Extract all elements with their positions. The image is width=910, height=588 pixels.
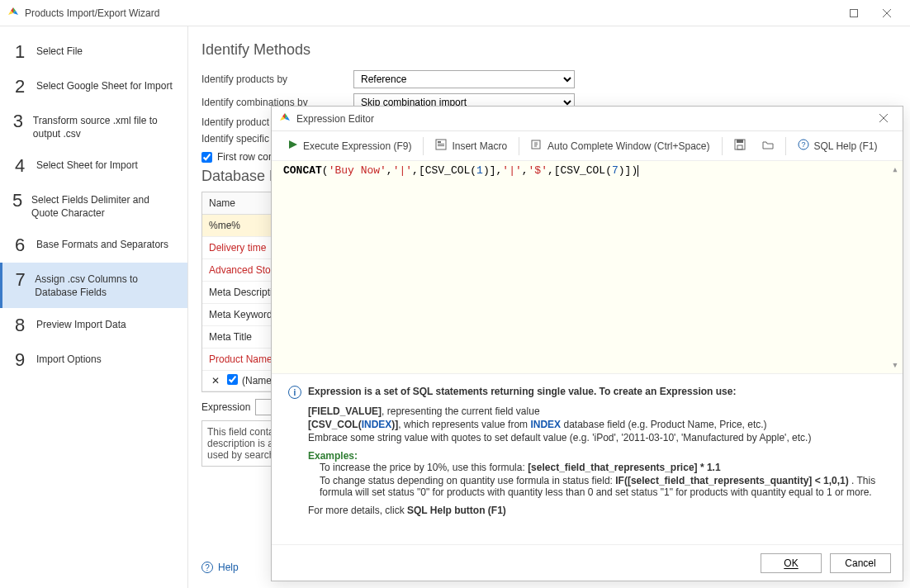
identify-products-select[interactable]: Reference	[353, 70, 575, 88]
step-number: 4	[10, 157, 30, 175]
subrow-label: (Name	[242, 375, 272, 386]
execute-expression-button[interactable]: Execute Expression (F9)	[282, 136, 418, 155]
sql-help-button[interactable]: ? SQL Help (F1)	[791, 135, 884, 156]
identify-methods-title: Identify Methods	[201, 41, 890, 59]
svg-marker-5	[289, 140, 297, 149]
step-label: Preview Import Data	[36, 316, 126, 332]
help-icon: ?	[201, 562, 213, 573]
wizard-steps-sidebar: 1Select File2Select Google Sheet for Imp…	[0, 26, 188, 588]
step-number: 6	[10, 236, 30, 254]
autocomplete-label: Auto Complete Window (Ctrl+Space)	[547, 140, 709, 152]
step-number: 3	[10, 112, 26, 130]
expression-editor-area[interactable]: CONCAT('Buy Now','|',[CSV_COL(1)],'|','$…	[272, 161, 903, 374]
insert-macro-button[interactable]: Insert Macro	[429, 135, 514, 156]
help-csvcol-line: [CSV_COL(INDEX)], which represents value…	[308, 419, 886, 430]
svg-rect-8	[438, 144, 444, 145]
insert-macro-label: Insert Macro	[452, 140, 507, 152]
svg-text:?: ?	[801, 140, 805, 149]
cancel-button[interactable]: Cancel	[830, 553, 891, 573]
checkbox-icon[interactable]	[225, 374, 239, 387]
window-maximize-button[interactable]	[837, 3, 870, 23]
toolbar-separator	[423, 137, 424, 155]
window-close-button[interactable]	[870, 3, 903, 23]
toolbar-separator	[785, 137, 786, 155]
step-label: Select Google Sheet for Import	[36, 78, 173, 93]
ok-button[interactable]: OK	[761, 553, 822, 573]
macro-icon	[435, 139, 447, 153]
dialog-close-button[interactable]	[871, 113, 896, 125]
scroll-down-icon[interactable]: ▾	[892, 358, 898, 372]
help-footer: For more details, click SQL Help button …	[308, 505, 886, 516]
execute-label: Execute Expression (F9)	[303, 140, 411, 152]
help-link[interactable]: ? Help	[201, 562, 239, 573]
wizard-step-4[interactable]: 4Select Sheet for Import	[0, 149, 187, 183]
save-button[interactable]	[728, 135, 752, 156]
dialog-toolbar: Execute Expression (F9) Insert Macro Aut…	[272, 131, 903, 161]
first-row-checkbox-label: First row con	[217, 151, 274, 163]
step-label: Select Fields Delimiter and Quote Charac…	[31, 192, 178, 220]
svg-rect-12	[737, 140, 743, 143]
identify-products-label: Identify products by	[201, 74, 353, 85]
svg-rect-0	[851, 9, 858, 17]
toolbar-separator	[722, 137, 723, 155]
svg-rect-7	[438, 141, 441, 143]
app-logo-icon	[7, 7, 20, 20]
autocomplete-button[interactable]: Auto Complete Window (Ctrl+Space)	[524, 135, 716, 156]
help-fieldvalue-line: [FIELD_VALUE], representing the current …	[308, 405, 886, 417]
example-2: To change status depending on quantity u…	[320, 475, 886, 498]
step-label: Select File	[36, 43, 83, 59]
step-label: Base Formats and Separators	[36, 236, 168, 252]
examples-header: Examples:	[308, 450, 886, 462]
example-1: To increase the price by 10%, use this f…	[320, 462, 886, 473]
expression-editor-dialog: Expression Editor Execute Expression (F9…	[271, 106, 903, 581]
help-lead: Expression is a set of SQL statements re…	[308, 386, 736, 397]
wizard-step-7[interactable]: 7Assign .csv Columns to Database Fields	[0, 263, 187, 307]
remove-icon[interactable]: ✕	[209, 375, 222, 386]
dialog-app-icon	[278, 112, 291, 126]
step-label: Import Options	[36, 351, 102, 367]
help-circle-icon: ?	[798, 139, 809, 153]
info-icon: i	[288, 386, 301, 399]
svg-rect-9	[438, 145, 444, 146]
wizard-step-8[interactable]: 8Preview Import Data	[0, 308, 187, 343]
step-number: 9	[10, 351, 30, 369]
autocomplete-icon	[531, 139, 543, 153]
expression-label: Expression	[201, 401, 250, 413]
open-folder-icon	[762, 139, 774, 153]
wizard-step-1[interactable]: 1Select File	[0, 35, 187, 69]
wizard-step-6[interactable]: 6Base Formats and Separators	[0, 228, 187, 263]
dialog-buttons: OK Cancel	[272, 544, 903, 581]
help-embrace-line: Embrace some string value with quotes to…	[308, 432, 886, 443]
step-number: 5	[10, 192, 25, 210]
step-number: 8	[10, 316, 30, 334]
step-label: Transform source .xml file to output .cs…	[33, 112, 178, 140]
step-number: 1	[10, 43, 30, 61]
save-icon	[734, 139, 746, 153]
help-label: Help	[218, 562, 239, 573]
titlebar: Products Import/Export Wizard	[0, 0, 910, 26]
open-button[interactable]	[756, 135, 780, 156]
step-number: 2	[10, 78, 30, 96]
subrow-checkbox[interactable]	[227, 374, 238, 385]
wizard-step-2[interactable]: 2Select Google Sheet for Import	[0, 69, 187, 104]
step-label: Assign .csv Columns to Database Fields	[35, 271, 178, 299]
dialog-title: Expression Editor	[296, 113, 871, 125]
window-title: Products Import/Export Wizard	[25, 7, 837, 19]
dialog-titlebar: Expression Editor	[272, 107, 903, 131]
wizard-step-9[interactable]: 9Import Options	[0, 343, 187, 377]
sql-help-label: SQL Help (F1)	[814, 140, 878, 152]
editor-scrollbar[interactable]: ▴ ▾	[889, 163, 901, 372]
toolbar-separator	[519, 137, 519, 155]
step-label: Select Sheet for Import	[36, 157, 138, 173]
play-icon	[288, 140, 298, 152]
first-row-checkbox[interactable]	[201, 152, 212, 163]
scroll-up-icon[interactable]: ▴	[892, 163, 898, 176]
wizard-step-3[interactable]: 3Transform source .xml file to output .c…	[0, 104, 187, 149]
identify-products-row: Identify products by Reference	[201, 70, 890, 88]
svg-rect-13	[737, 145, 742, 149]
expression-help-panel: i Expression is a set of SQL statements …	[272, 374, 903, 544]
wizard-step-5[interactable]: 5Select Fields Delimiter and Quote Chara…	[0, 183, 187, 228]
step-number: 7	[12, 271, 28, 289]
